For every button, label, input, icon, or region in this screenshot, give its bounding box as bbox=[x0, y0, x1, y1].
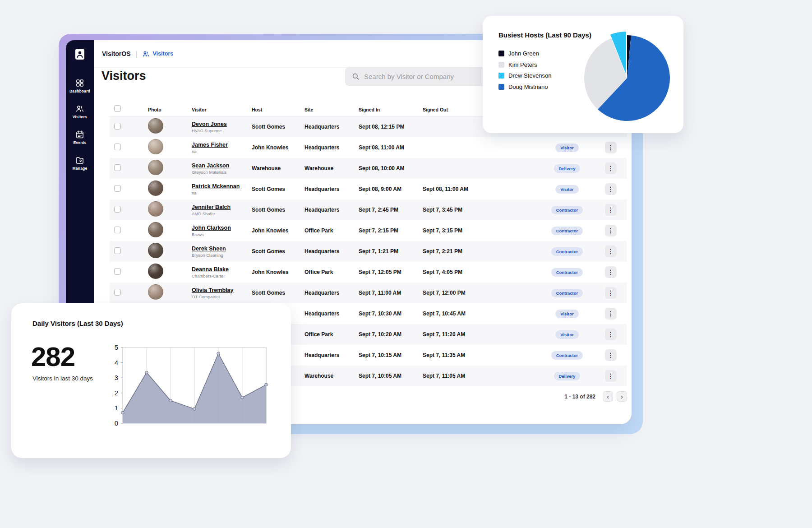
type-badge: Contractor bbox=[551, 289, 583, 297]
site-cell: Headquarters bbox=[297, 290, 351, 296]
type-badge: Contractor bbox=[551, 227, 583, 235]
sidebar-label: Visitors bbox=[73, 115, 88, 119]
row-menu-button[interactable]: ⋮ bbox=[605, 204, 617, 216]
kebab-icon: ⋮ bbox=[608, 144, 614, 151]
visitor-name-link[interactable]: Olivia Tremblay bbox=[192, 287, 244, 293]
table-row: Jennifer BalchAMD ShaferScott GomesHeadq… bbox=[110, 199, 627, 220]
column-header-photo: Photo bbox=[140, 107, 184, 112]
row-checkbox[interactable] bbox=[114, 289, 121, 296]
visitor-name-link[interactable]: John Clarkson bbox=[192, 225, 244, 231]
row-checkbox[interactable] bbox=[114, 206, 121, 213]
sidebar-item-visitors[interactable]: Visitors bbox=[73, 104, 88, 119]
row-menu-button[interactable]: ⋮ bbox=[605, 245, 617, 257]
visitor-count-subtitle: Visitors in last 30 days bbox=[32, 375, 93, 382]
row-menu-button[interactable]: ⋮ bbox=[605, 370, 617, 382]
pagination-next-button[interactable]: › bbox=[617, 391, 627, 402]
signed-out-cell: Sept 7, 11:20 AM bbox=[415, 331, 540, 338]
select-all-checkbox[interactable] bbox=[114, 105, 121, 112]
kebab-icon: ⋮ bbox=[608, 185, 614, 193]
signed-in-cell: Sept 08, 11:00 AM bbox=[351, 144, 415, 151]
row-menu-button[interactable]: ⋮ bbox=[605, 308, 617, 320]
table-row: Patrick MckennannaScott GomesHeadquarter… bbox=[110, 179, 627, 199]
row-menu-button[interactable]: ⋮ bbox=[605, 266, 617, 278]
site-cell: Office Park bbox=[297, 227, 351, 234]
site-cell: Office Park bbox=[297, 331, 351, 338]
visitor-name-link[interactable]: Jennifer Balch bbox=[192, 204, 244, 210]
visitor-name-link[interactable]: Patrick Mckennan bbox=[192, 183, 244, 190]
visitor-name-link[interactable]: Devon Jones bbox=[192, 121, 244, 127]
row-checkbox[interactable] bbox=[114, 247, 121, 254]
kebab-icon: ⋮ bbox=[608, 331, 614, 338]
people-icon bbox=[75, 104, 84, 113]
kebab-icon: ⋮ bbox=[608, 289, 614, 296]
kebab-icon: ⋮ bbox=[608, 352, 614, 359]
column-header-host: Host bbox=[244, 107, 297, 112]
type-badge: Visitor bbox=[555, 330, 578, 339]
row-menu-button[interactable]: ⋮ bbox=[605, 225, 617, 236]
folder-gear-icon bbox=[75, 156, 84, 165]
legend-label: John Green bbox=[508, 50, 539, 57]
avatar bbox=[148, 243, 163, 258]
pagination-prev-button[interactable]: ‹ bbox=[603, 391, 613, 402]
svg-text:3: 3 bbox=[115, 374, 118, 381]
host-cell: Scott Gomes bbox=[244, 207, 297, 213]
site-cell: Headquarters bbox=[297, 207, 351, 213]
table-row: Deanna BlakeChambers-CarterJohn KnowlesO… bbox=[110, 262, 627, 283]
visitor-company: Brown bbox=[192, 232, 244, 237]
page-title: Visitors bbox=[102, 69, 146, 83]
svg-text:5: 5 bbox=[115, 343, 118, 351]
table-row: John ClarksonBrownJohn KnowlesOffice Par… bbox=[110, 220, 627, 241]
type-badge: Delivery bbox=[554, 372, 581, 380]
kebab-icon: ⋮ bbox=[608, 269, 614, 276]
pagination-label: 1 - 13 of 282 bbox=[564, 394, 595, 400]
row-menu-button[interactable]: ⋮ bbox=[605, 329, 617, 340]
sidebar-item-events[interactable]: Events bbox=[73, 130, 86, 145]
row-checkbox[interactable] bbox=[114, 227, 121, 233]
avatar bbox=[148, 118, 163, 134]
visitor-name-link[interactable]: Sean Jackson bbox=[192, 162, 244, 169]
signed-out-cell: Sept 7, 4:05 PM bbox=[415, 269, 540, 275]
visitor-name-link[interactable]: James Fisher bbox=[192, 142, 244, 148]
host-cell: Scott Gomes bbox=[244, 290, 297, 296]
row-checkbox[interactable] bbox=[114, 185, 121, 192]
row-checkbox[interactable] bbox=[114, 144, 121, 150]
legend-item: Kim Peters bbox=[498, 61, 551, 68]
legend-label: Kim Peters bbox=[508, 61, 537, 68]
signed-in-cell: Sept 7, 2:45 PM bbox=[351, 207, 415, 213]
type-badge: Contractor bbox=[551, 268, 583, 277]
legend-item: Drew Stevenson bbox=[498, 72, 551, 79]
pie-legend: John GreenKim PetersDrew StevensonDoug M… bbox=[498, 50, 551, 90]
kebab-icon: ⋮ bbox=[608, 248, 614, 255]
kebab-icon: ⋮ bbox=[608, 227, 614, 234]
visitor-company: HVAC Supreme bbox=[192, 128, 244, 133]
legend-swatch bbox=[498, 84, 504, 90]
row-menu-button[interactable]: ⋮ bbox=[605, 162, 617, 174]
app-logo[interactable] bbox=[72, 46, 88, 62]
type-badge: Delivery bbox=[554, 164, 581, 173]
column-header-signed-in: Signed In bbox=[351, 107, 415, 112]
avatar bbox=[148, 139, 163, 154]
sidebar-item-dashboard[interactable]: Dashboard bbox=[69, 79, 90, 93]
host-cell: Scott Gomes bbox=[244, 124, 297, 130]
row-checkbox[interactable] bbox=[114, 123, 121, 130]
row-menu-button[interactable]: ⋮ bbox=[605, 142, 617, 153]
row-checkbox[interactable] bbox=[114, 268, 121, 275]
svg-text:4: 4 bbox=[115, 359, 118, 366]
pie-chart bbox=[573, 23, 681, 131]
signed-out-cell: Sept 08, 11:00 AM bbox=[415, 186, 540, 192]
table-row: James FishernaJohn KnowlesHeadquartersSe… bbox=[110, 137, 627, 158]
row-checkbox[interactable] bbox=[114, 164, 121, 171]
table-row: Derek SheenBryson CleaningScott GomesHea… bbox=[110, 241, 627, 262]
row-menu-button[interactable]: ⋮ bbox=[605, 183, 617, 195]
row-menu-button[interactable]: ⋮ bbox=[605, 287, 617, 299]
sidebar-item-manage[interactable]: Manage bbox=[73, 156, 88, 171]
visitor-name-link[interactable]: Derek Sheen bbox=[192, 245, 244, 252]
avatar bbox=[148, 201, 163, 217]
chevron-left-icon: ‹ bbox=[607, 393, 609, 400]
visitor-name-link[interactable]: Deanna Blake bbox=[192, 266, 244, 273]
row-menu-button[interactable]: ⋮ bbox=[605, 349, 617, 361]
busiest-hosts-card: Busiest Hosts (Last 90 Days) John GreenK… bbox=[483, 16, 683, 133]
type-badge: Contractor bbox=[551, 351, 583, 360]
type-badge: Visitor bbox=[555, 310, 578, 318]
daily-card-title: Daily Visitors (Last 30 Days) bbox=[32, 320, 123, 327]
